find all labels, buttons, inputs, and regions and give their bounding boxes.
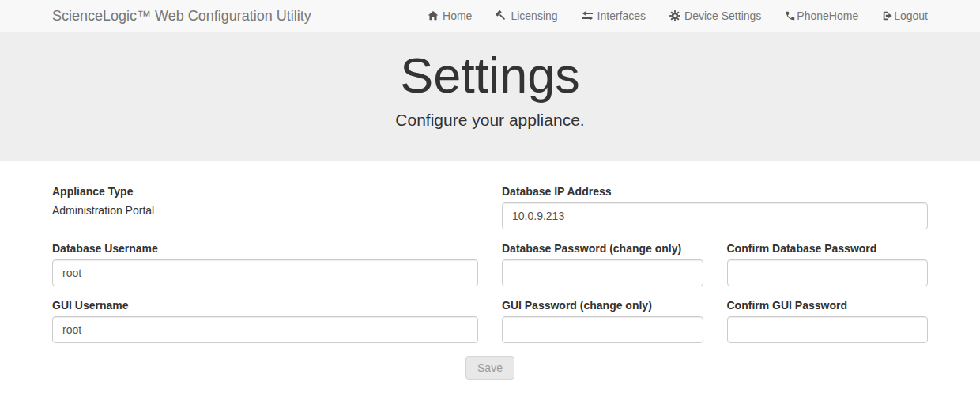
db-username-input[interactable] xyxy=(52,259,478,286)
nav-item-interfaces[interactable]: Interfaces xyxy=(582,9,646,22)
nav-label: Home xyxy=(443,9,472,22)
settings-form: Appliance Type Administration Portal Dat… xyxy=(52,185,928,380)
db-password-confirm-input[interactable] xyxy=(727,259,929,286)
nav-label: Interfaces xyxy=(597,9,646,22)
appliance-type-label: Appliance Type xyxy=(52,185,478,198)
top-navbar: ScienceLogic™ Web Configuration Utility … xyxy=(0,0,980,32)
phone-icon xyxy=(785,10,796,21)
nav-label: PhoneHome xyxy=(797,9,858,22)
nav-label: Device Settings xyxy=(684,9,761,22)
page-title: Settings xyxy=(0,49,980,101)
gavel-icon xyxy=(496,10,507,21)
gear-icon xyxy=(669,10,680,21)
app-brand[interactable]: ScienceLogic™ Web Configuration Utility xyxy=(52,8,311,25)
nav-item-device-settings[interactable]: Device Settings xyxy=(669,9,761,22)
page-header: Settings Configure your appliance. xyxy=(0,32,980,161)
db-username-label: Database Username xyxy=(52,242,478,255)
nav-label: Licensing xyxy=(511,9,557,22)
main-nav: Home Licensing xyxy=(428,9,928,22)
gui-password-input[interactable] xyxy=(502,316,703,343)
gui-password-confirm-input[interactable] xyxy=(727,316,929,343)
appliance-type-value: Administration Portal xyxy=(52,202,478,217)
gui-username-input[interactable] xyxy=(52,316,478,343)
nav-item-home[interactable]: Home xyxy=(428,9,472,22)
logout-icon xyxy=(882,10,893,21)
db-password-confirm-label: Confirm Database Password xyxy=(727,242,929,255)
db-password-input[interactable] xyxy=(502,259,703,286)
db-password-label: Database Password (change only) xyxy=(502,242,703,255)
gui-username-label: GUI Username xyxy=(52,299,478,312)
db-ip-input[interactable] xyxy=(502,202,928,229)
db-ip-label: Database IP Address xyxy=(502,185,928,198)
nav-item-licensing[interactable]: Licensing xyxy=(496,9,557,22)
save-button[interactable]: Save xyxy=(466,356,514,380)
page-subtitle: Configure your appliance. xyxy=(0,111,980,130)
gui-password-label: GUI Password (change only) xyxy=(502,299,703,312)
nav-item-phonehome[interactable]: PhoneHome xyxy=(785,9,858,22)
home-icon xyxy=(428,10,439,21)
nav-label: Logout xyxy=(894,9,928,22)
gui-password-confirm-label: Confirm GUI Password xyxy=(727,299,929,312)
exchange-icon xyxy=(582,10,594,21)
nav-item-logout[interactable]: Logout xyxy=(882,9,928,22)
